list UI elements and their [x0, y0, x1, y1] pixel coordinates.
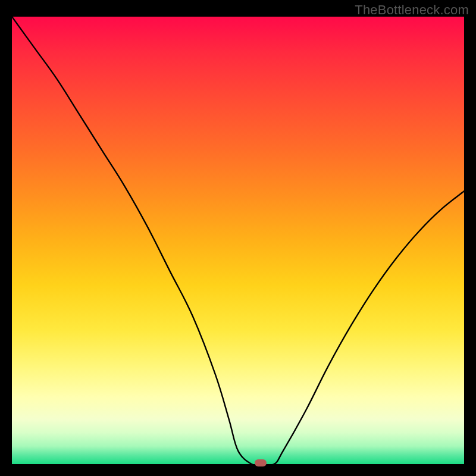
watermark-text: TheBottleneck.com	[355, 2, 469, 18]
chart-frame: TheBottleneck.com	[0, 0, 476, 476]
minimum-marker	[255, 459, 267, 466]
plot-area	[12, 17, 464, 464]
bottleneck-curve	[12, 17, 464, 464]
